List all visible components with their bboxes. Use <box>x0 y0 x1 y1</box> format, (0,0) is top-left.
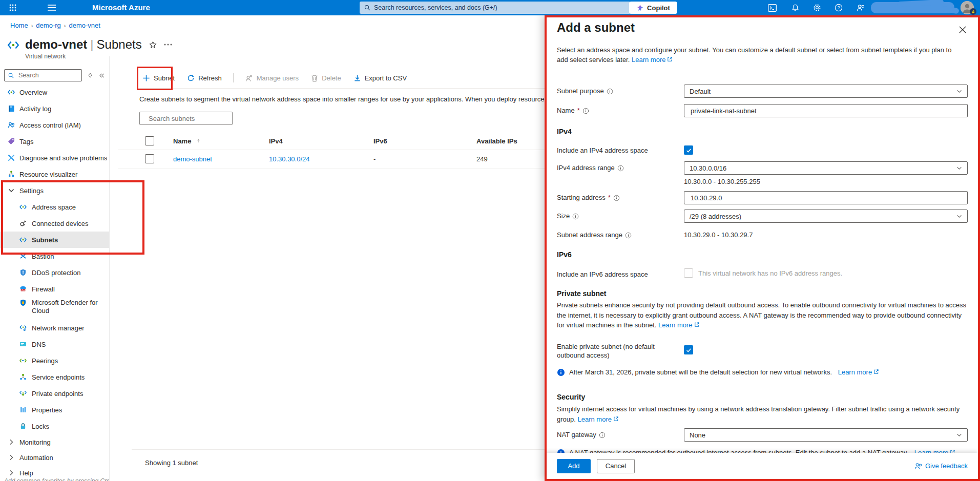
sidebar-item-peerings[interactable]: Peerings <box>0 352 109 369</box>
column-header-ipv4[interactable]: IPv4 <box>269 137 283 145</box>
subnet-purpose-select[interactable]: Default <box>684 85 968 98</box>
subnet-name-input[interactable] <box>690 107 962 115</box>
include-ipv4-checkbox[interactable] <box>684 145 693 155</box>
subnet-search-box[interactable] <box>139 112 233 125</box>
filter-icon[interactable] <box>87 72 93 79</box>
page-title-blade: Subnets <box>97 37 142 51</box>
column-header-ipv6[interactable]: IPv6 <box>373 137 387 145</box>
starting-address-field[interactable] <box>684 191 968 204</box>
close-icon[interactable] <box>955 23 970 37</box>
info-icon[interactable] <box>582 108 589 114</box>
more-actions-icon[interactable] <box>164 44 172 46</box>
info-icon[interactable] <box>572 213 579 220</box>
ipv4-range-select[interactable]: 10.30.0.0/16 <box>684 161 968 175</box>
cloud-shell-icon[interactable] <box>764 0 780 15</box>
sidebar-item-diagnose[interactable]: Diagnose and solve problems <box>0 150 109 166</box>
row-checkbox[interactable] <box>145 154 154 163</box>
page-title-resource: demo-vnet <box>25 37 87 51</box>
global-search-placeholder: Search resources, services, and docs (G+… <box>374 4 497 11</box>
delete-button[interactable]: Delete <box>307 70 345 86</box>
sidebar-item-access-control[interactable]: Access control (IAM) <box>0 117 109 133</box>
export-csv-button[interactable]: Export to CSV <box>349 70 411 86</box>
sidebar-item-firewall[interactable]: Firewall <box>0 281 109 297</box>
sort-ascending-icon <box>196 138 201 144</box>
brand-title[interactable]: Microsoft Azure <box>92 3 150 12</box>
section-header-ipv4: IPv4 <box>557 128 572 136</box>
sidebar-item-defender[interactable]: Microsoft Defender for Cloud <box>0 297 109 320</box>
notifications-bell-icon[interactable] <box>787 0 803 15</box>
sidebar-item-resource-visualizer[interactable]: Resource visualizer <box>0 166 109 182</box>
info-icon[interactable] <box>613 195 620 201</box>
size-select[interactable]: /29 (8 addresses) <box>684 210 968 223</box>
feedback-icon[interactable] <box>852 0 868 15</box>
learn-more-link[interactable]: Learn more <box>838 368 879 376</box>
column-header-available-ips[interactable]: Available IPs <box>476 137 517 145</box>
breadcrumb-demo-vnet[interactable]: demo-vnet <box>69 22 100 29</box>
info-icon[interactable] <box>625 232 632 239</box>
sidebar-item-bastion[interactable]: Bastion <box>0 248 109 264</box>
sidebar-item-tags[interactable]: Tags <box>0 133 109 150</box>
nat-gateway-select[interactable]: None <box>684 428 968 442</box>
sidebar-search-box[interactable] <box>4 69 82 81</box>
sidebar-item-subnets[interactable]: Subnets <box>0 232 109 248</box>
defender-shield-icon <box>19 299 27 307</box>
subnet-ipv4-link[interactable]: 10.30.30.0/24 <box>269 155 310 163</box>
manage-users-button[interactable]: Manage users <box>241 70 303 86</box>
private-subnet-description: Private subnets enhance security by not … <box>557 300 970 330</box>
learn-more-link[interactable]: Learn more <box>578 415 619 423</box>
sidebar-item-private-endpoints[interactable]: Private endpoints <box>0 385 109 402</box>
trash-icon <box>311 74 318 82</box>
breadcrumb-demo-rg[interactable]: demo-rg <box>36 22 60 29</box>
sidebar-item-ddos-protection[interactable]: DDoS protection <box>0 264 109 281</box>
starting-address-input[interactable] <box>690 194 962 202</box>
sidebar-item-address-space[interactable]: Address space <box>0 199 109 215</box>
connected-devices-icon <box>19 219 27 227</box>
chevron-down-icon <box>956 166 962 170</box>
sidebar-item-network-manager[interactable]: Network manager <box>0 320 109 336</box>
info-icon[interactable] <box>607 88 613 95</box>
sidebar-item-properties[interactable]: Properties <box>0 402 109 418</box>
learn-more-link[interactable]: Learn more <box>658 321 699 329</box>
sidebar-item-overview[interactable]: Overview <box>0 84 109 100</box>
subnet-address-range-value: 10.30.29.0 - 10.30.29.7 <box>684 228 968 242</box>
collapse-menu-icon[interactable] <box>98 72 105 79</box>
select-all-checkbox[interactable] <box>145 136 154 145</box>
enable-private-subnet-checkbox[interactable] <box>684 345 693 354</box>
sidebar-item-connected-devices[interactable]: Connected devices <box>0 215 109 232</box>
learn-more-link[interactable]: Learn more <box>632 56 673 64</box>
breadcrumb-separator: › <box>31 23 33 29</box>
settings-gear-icon[interactable] <box>809 0 825 15</box>
info-icon[interactable] <box>617 165 624 172</box>
private-endpoints-icon <box>19 389 27 398</box>
chevron-down-icon <box>956 215 962 218</box>
sidebar-item-activity-log[interactable]: Activity log <box>0 100 109 117</box>
copilot-icon <box>636 4 644 12</box>
subnet-name-field[interactable] <box>684 104 968 117</box>
sidebar-item-locks[interactable]: Locks <box>0 418 109 434</box>
help-icon[interactable]: ? <box>831 0 846 15</box>
search-icon <box>364 4 371 11</box>
sidebar-item-dns[interactable]: DNS <box>0 336 109 352</box>
sidebar-item-service-endpoints[interactable]: Service endpoints <box>0 369 109 385</box>
give-feedback-link[interactable]: Give feedback <box>914 462 968 470</box>
app-launcher-icon[interactable] <box>5 0 20 15</box>
breadcrumb-home[interactable]: Home <box>10 22 28 29</box>
refresh-button[interactable]: Refresh <box>183 70 226 86</box>
hamburger-menu-icon[interactable] <box>44 0 59 15</box>
add-subnet-button[interactable]: Subnet <box>138 70 179 86</box>
column-header-name[interactable]: Name <box>173 137 201 145</box>
sidebar-group-settings[interactable]: Settings <box>0 182 109 199</box>
add-button[interactable]: Add <box>557 459 591 473</box>
sidebar-search-input[interactable] <box>17 71 76 79</box>
info-icon[interactable] <box>599 432 606 438</box>
subnet-search-input[interactable] <box>148 114 240 123</box>
favorite-star-icon[interactable] <box>149 41 157 49</box>
copilot-button[interactable]: Copilot <box>629 2 677 14</box>
sidebar-group-monitoring[interactable]: Monitoring <box>0 434 109 450</box>
manage-users-icon <box>245 74 253 82</box>
global-search-bar[interactable]: Search resources, services, and docs (G+… <box>360 2 631 14</box>
sidebar-group-automation[interactable]: Automation <box>0 450 109 465</box>
cancel-button[interactable]: Cancel <box>597 459 635 473</box>
status-divider <box>132 449 545 450</box>
subnet-name-link[interactable]: demo-subnet <box>173 155 212 163</box>
